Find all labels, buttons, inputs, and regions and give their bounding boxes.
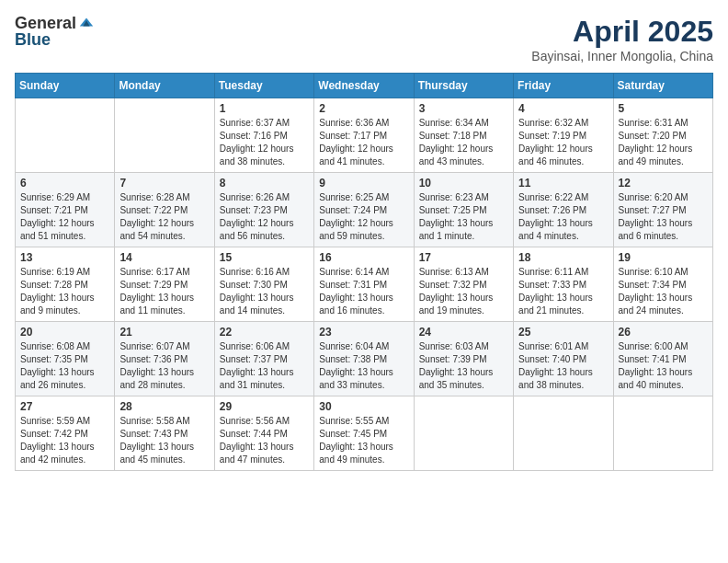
day-detail: Sunrise: 6:07 AMSunset: 7:36 PMDaylight:… bbox=[119, 340, 209, 392]
calendar-day-cell: 13Sunrise: 6:19 AMSunset: 7:28 PMDayligh… bbox=[16, 247, 115, 322]
calendar-day-cell: 11Sunrise: 6:22 AMSunset: 7:26 PMDayligh… bbox=[514, 173, 613, 247]
day-detail: Sunrise: 6:06 AMSunset: 7:37 PMDaylight:… bbox=[220, 340, 309, 392]
calendar-week-row: 6Sunrise: 6:29 AMSunset: 7:21 PMDaylight… bbox=[16, 173, 713, 247]
calendar-day-cell bbox=[514, 396, 613, 471]
day-number: 21 bbox=[119, 326, 209, 339]
day-number: 3 bbox=[419, 102, 508, 115]
header: General Blue April 2025 Bayinsai, Inner … bbox=[15, 15, 713, 63]
day-number: 23 bbox=[319, 326, 408, 339]
day-number: 1 bbox=[220, 102, 309, 115]
day-detail: Sunrise: 6:16 AMSunset: 7:30 PMDaylight:… bbox=[220, 266, 309, 317]
day-detail: Sunrise: 6:26 AMSunset: 7:23 PMDaylight:… bbox=[220, 191, 309, 243]
calendar-day-cell: 27Sunrise: 5:59 AMSunset: 7:42 PMDayligh… bbox=[16, 396, 115, 471]
day-number: 18 bbox=[518, 251, 608, 264]
day-number: 25 bbox=[518, 326, 608, 339]
weekday-header: Saturday bbox=[613, 74, 712, 98]
day-number: 16 bbox=[319, 251, 408, 264]
day-detail: Sunrise: 6:10 AMSunset: 7:34 PMDaylight:… bbox=[619, 266, 708, 317]
weekday-header: Thursday bbox=[414, 74, 513, 98]
day-detail: Sunrise: 6:00 AMSunset: 7:41 PMDaylight:… bbox=[619, 340, 708, 392]
day-detail: Sunrise: 6:32 AMSunset: 7:19 PMDaylight:… bbox=[518, 117, 608, 168]
calendar-day-cell: 9Sunrise: 6:25 AMSunset: 7:24 PMDaylight… bbox=[314, 173, 414, 247]
day-detail: Sunrise: 6:17 AMSunset: 7:29 PMDaylight:… bbox=[119, 266, 209, 317]
day-number: 12 bbox=[619, 177, 708, 190]
calendar-day-cell: 16Sunrise: 6:14 AMSunset: 7:31 PMDayligh… bbox=[314, 247, 414, 322]
weekday-header: Wednesday bbox=[314, 74, 414, 98]
day-number: 15 bbox=[220, 251, 309, 264]
day-detail: Sunrise: 6:13 AMSunset: 7:32 PMDaylight:… bbox=[419, 266, 508, 317]
calendar-week-row: 1Sunrise: 6:37 AMSunset: 7:16 PMDaylight… bbox=[16, 98, 713, 173]
day-number: 13 bbox=[20, 251, 109, 264]
calendar-day-cell: 1Sunrise: 6:37 AMSunset: 7:16 PMDaylight… bbox=[214, 98, 313, 173]
day-number: 17 bbox=[419, 251, 508, 264]
calendar-week-row: 27Sunrise: 5:59 AMSunset: 7:42 PMDayligh… bbox=[16, 396, 713, 471]
day-detail: Sunrise: 6:23 AMSunset: 7:25 PMDaylight:… bbox=[419, 191, 508, 243]
month-title: April 2025 bbox=[531, 15, 713, 49]
calendar-day-cell: 17Sunrise: 6:13 AMSunset: 7:32 PMDayligh… bbox=[414, 247, 513, 322]
weekday-header: Monday bbox=[115, 74, 214, 98]
day-number: 11 bbox=[518, 177, 608, 190]
day-number: 8 bbox=[220, 177, 309, 190]
day-detail: Sunrise: 6:25 AMSunset: 7:24 PMDaylight:… bbox=[319, 191, 408, 243]
logo-icon bbox=[78, 15, 95, 31]
day-number: 4 bbox=[518, 102, 608, 115]
day-detail: Sunrise: 6:22 AMSunset: 7:26 PMDaylight:… bbox=[518, 191, 608, 243]
calendar-day-cell: 4Sunrise: 6:32 AMSunset: 7:19 PMDaylight… bbox=[514, 98, 613, 173]
calendar-day-cell: 2Sunrise: 6:36 AMSunset: 7:17 PMDaylight… bbox=[314, 98, 414, 173]
calendar-day-cell: 25Sunrise: 6:01 AMSunset: 7:40 PMDayligh… bbox=[514, 322, 613, 396]
calendar-day-cell bbox=[613, 396, 712, 471]
calendar-day-cell: 10Sunrise: 6:23 AMSunset: 7:25 PMDayligh… bbox=[414, 173, 513, 247]
day-detail: Sunrise: 6:20 AMSunset: 7:27 PMDaylight:… bbox=[619, 191, 708, 243]
day-number: 5 bbox=[619, 102, 708, 115]
day-number: 20 bbox=[20, 326, 109, 339]
day-detail: Sunrise: 5:58 AMSunset: 7:43 PMDaylight:… bbox=[119, 415, 209, 466]
day-number: 29 bbox=[220, 400, 309, 413]
calendar-week-row: 13Sunrise: 6:19 AMSunset: 7:28 PMDayligh… bbox=[16, 247, 713, 322]
calendar-day-cell: 23Sunrise: 6:04 AMSunset: 7:38 PMDayligh… bbox=[314, 322, 414, 396]
day-detail: Sunrise: 6:29 AMSunset: 7:21 PMDaylight:… bbox=[20, 191, 109, 243]
calendar-day-cell: 6Sunrise: 6:29 AMSunset: 7:21 PMDaylight… bbox=[16, 173, 115, 247]
day-detail: Sunrise: 6:28 AMSunset: 7:22 PMDaylight:… bbox=[119, 191, 209, 243]
calendar-day-cell: 29Sunrise: 5:56 AMSunset: 7:44 PMDayligh… bbox=[214, 396, 313, 471]
calendar-table: SundayMondayTuesdayWednesdayThursdayFrid… bbox=[15, 73, 713, 471]
calendar-day-cell: 26Sunrise: 6:00 AMSunset: 7:41 PMDayligh… bbox=[613, 322, 712, 396]
weekday-header: Tuesday bbox=[214, 74, 313, 98]
calendar-day-cell: 30Sunrise: 5:55 AMSunset: 7:45 PMDayligh… bbox=[314, 396, 414, 471]
calendar-day-cell: 20Sunrise: 6:08 AMSunset: 7:35 PMDayligh… bbox=[16, 322, 115, 396]
day-detail: Sunrise: 6:36 AMSunset: 7:17 PMDaylight:… bbox=[319, 117, 408, 168]
day-detail: Sunrise: 6:01 AMSunset: 7:40 PMDaylight:… bbox=[518, 340, 608, 392]
day-detail: Sunrise: 6:14 AMSunset: 7:31 PMDaylight:… bbox=[319, 266, 408, 317]
calendar-day-cell: 28Sunrise: 5:58 AMSunset: 7:43 PMDayligh… bbox=[115, 396, 214, 471]
day-number: 7 bbox=[119, 177, 209, 190]
calendar-day-cell bbox=[115, 98, 214, 173]
day-number: 19 bbox=[619, 251, 708, 264]
day-number: 9 bbox=[319, 177, 408, 190]
day-detail: Sunrise: 6:11 AMSunset: 7:33 PMDaylight:… bbox=[518, 266, 608, 317]
calendar-day-cell: 3Sunrise: 6:34 AMSunset: 7:18 PMDaylight… bbox=[414, 98, 513, 173]
day-detail: Sunrise: 6:19 AMSunset: 7:28 PMDaylight:… bbox=[20, 266, 109, 317]
day-detail: Sunrise: 6:03 AMSunset: 7:39 PMDaylight:… bbox=[419, 340, 508, 392]
day-number: 24 bbox=[419, 326, 508, 339]
day-detail: Sunrise: 6:08 AMSunset: 7:35 PMDaylight:… bbox=[20, 340, 109, 392]
calendar-day-cell: 18Sunrise: 6:11 AMSunset: 7:33 PMDayligh… bbox=[514, 247, 613, 322]
calendar-day-cell: 21Sunrise: 6:07 AMSunset: 7:36 PMDayligh… bbox=[115, 322, 214, 396]
day-number: 10 bbox=[419, 177, 508, 190]
calendar-day-cell: 5Sunrise: 6:31 AMSunset: 7:20 PMDaylight… bbox=[613, 98, 712, 173]
weekday-header: Friday bbox=[514, 74, 613, 98]
calendar-day-cell: 15Sunrise: 6:16 AMSunset: 7:30 PMDayligh… bbox=[214, 247, 313, 322]
logo-general: General bbox=[15, 15, 76, 31]
day-number: 30 bbox=[319, 400, 408, 413]
calendar-day-cell: 14Sunrise: 6:17 AMSunset: 7:29 PMDayligh… bbox=[115, 247, 214, 322]
weekday-header: Sunday bbox=[16, 74, 115, 98]
calendar-day-cell: 22Sunrise: 6:06 AMSunset: 7:37 PMDayligh… bbox=[214, 322, 313, 396]
day-number: 2 bbox=[319, 102, 408, 115]
day-number: 22 bbox=[220, 326, 309, 339]
day-detail: Sunrise: 6:37 AMSunset: 7:16 PMDaylight:… bbox=[220, 117, 309, 168]
calendar-day-cell bbox=[16, 98, 115, 173]
day-detail: Sunrise: 6:04 AMSunset: 7:38 PMDaylight:… bbox=[319, 340, 408, 392]
calendar-day-cell: 24Sunrise: 6:03 AMSunset: 7:39 PMDayligh… bbox=[414, 322, 513, 396]
calendar-day-cell: 7Sunrise: 6:28 AMSunset: 7:22 PMDaylight… bbox=[115, 173, 214, 247]
calendar-day-cell: 8Sunrise: 6:26 AMSunset: 7:23 PMDaylight… bbox=[214, 173, 313, 247]
day-detail: Sunrise: 6:31 AMSunset: 7:20 PMDaylight:… bbox=[619, 117, 708, 168]
day-number: 14 bbox=[119, 251, 209, 264]
